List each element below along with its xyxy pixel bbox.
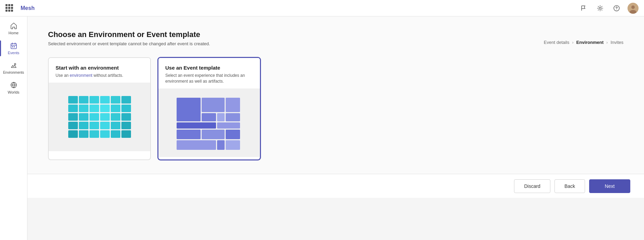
environment-card-header: Start with an environment Use an environ… [49,58,150,83]
home-icon [10,22,17,29]
cards-row: Start with an environment Use an environ… [48,57,623,160]
page-title: Choose an Environment or Event template [48,30,623,39]
back-button[interactable]: Back [554,179,585,193]
content-wrapper: Event details › Environment › Invites Ch… [27,16,644,240]
app-grid-icon[interactable] [5,4,14,12]
discard-button[interactable]: Discard [514,179,550,193]
sidebar-item-home[interactable]: Home [1,19,26,38]
sidebar-item-worlds[interactable]: Worlds [1,79,26,97]
breadcrumb-environment: Environment [576,40,604,45]
flag-button[interactable] [578,3,589,14]
sidebar: Home Events Environments Worlds [0,16,27,240]
sidebar-item-environments[interactable]: Environments [1,59,26,77]
next-button[interactable]: Next [589,179,630,193]
environment-card[interactable]: Start with an environment Use an environ… [48,57,151,160]
event-template-card[interactable]: Use an Event template Select an event ex… [158,57,261,160]
sidebar-item-events-label: Events [8,51,20,55]
svg-rect-6 [11,44,16,49]
sidebar-item-worlds-label: Worlds [8,90,19,94]
environments-icon [10,62,17,69]
breadcrumb-sep-2: › [606,40,608,45]
event-template-card-header: Use an Event template Select an event ex… [158,58,260,88]
svg-rect-8 [14,46,15,47]
event-mosaic-illustration [177,98,242,147]
app-title: Mesh [21,5,35,11]
worlds-icon [10,81,17,89]
bottom-bar: Discard Back Next [27,174,644,198]
settings-button[interactable] [595,3,606,14]
help-button[interactable] [611,3,622,14]
svg-rect-7 [12,46,13,47]
svg-point-9 [14,63,16,65]
breadcrumb-invites: Invites [610,40,623,45]
topbar: Mesh [0,0,644,16]
page-heading: Choose an Environment or Event template … [48,30,623,46]
sidebar-item-events[interactable]: Events [1,39,26,58]
svg-point-4 [631,5,635,9]
main-layout: Home Events Environments Worlds [0,16,644,240]
breadcrumb-event-details: Event details [544,40,569,45]
sidebar-item-home-label: Home [9,31,19,35]
environment-link[interactable]: environment [70,73,92,78]
avatar[interactable] [628,3,639,14]
svg-point-0 [599,7,601,9]
environment-card-desc: Use an environment without artifacts. [56,73,143,79]
topbar-icons [578,3,639,14]
environment-card-title: Start with an environment [56,65,143,71]
event-template-card-image [158,88,260,157]
event-template-card-desc: Select an event experience that includes… [165,73,253,84]
svg-point-2 [616,9,617,10]
event-template-card-title: Use an Event template [165,65,253,71]
environment-card-image [49,83,150,151]
breadcrumb-sep-1: › [572,40,573,45]
breadcrumb: Event details › Environment › Invites [544,40,623,45]
env-grid-illustration [68,96,131,138]
events-icon [10,42,17,49]
page-subtitle: Selected environment or event template c… [48,41,623,46]
sidebar-item-environments-label: Environments [3,71,24,74]
